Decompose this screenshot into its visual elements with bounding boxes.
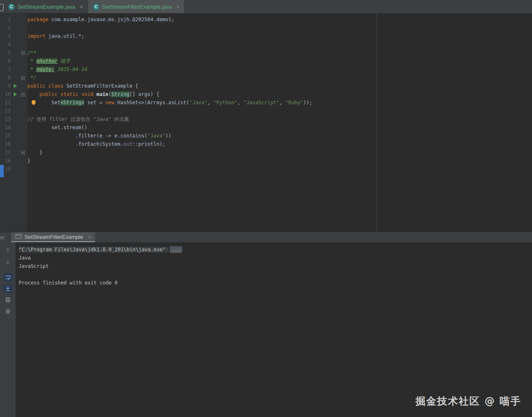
code-token: "Ruby"	[285, 100, 303, 105]
window-corner-fragment-icon	[0, 4, 4, 11]
editor-code[interactable]: package com.example.javase.ms.jsjh.Q2025…	[27, 14, 532, 232]
scroll-to-end-icon[interactable]	[3, 284, 13, 293]
code-line[interactable]: * @date: 2025-04-14	[27, 65, 532, 74]
code-line[interactable]: .forEach(System.out::println);	[27, 140, 532, 148]
fold-marker-icon[interactable]	[21, 93, 25, 96]
java-class-icon: C	[8, 3, 15, 10]
run-tab-close-icon[interactable]: ×	[88, 234, 91, 240]
code-token: <String>	[60, 100, 84, 105]
gutter-row: 1	[0, 15, 27, 24]
line-number: 1	[0, 17, 11, 22]
fold-marker-icon[interactable]	[21, 76, 25, 80]
code-token: main	[96, 91, 108, 97]
code-token: *	[27, 66, 37, 72]
code-line[interactable]	[27, 165, 532, 173]
scroll-down-icon[interactable]	[3, 257, 13, 266]
gutter-row: 17	[0, 148, 27, 157]
gutter-run-slot	[11, 84, 20, 88]
code-token: com.example.javase.ms.jsjh.Q202504.demo1…	[49, 17, 174, 22]
code-token: public static void	[39, 91, 93, 97]
code-line[interactable]: set.stream()	[27, 123, 532, 132]
gutter-row: 14	[0, 123, 27, 132]
line-number: 4	[0, 42, 11, 47]
console-line: JavaScript	[19, 262, 532, 270]
code-line[interactable]: // 使用 filter 过滤包含 "Java" 的元素	[27, 115, 532, 123]
code-token: set =	[84, 100, 105, 105]
console-token: Java	[19, 255, 31, 261]
code-token: "JavaScript"	[243, 100, 279, 105]
code-line[interactable]	[27, 40, 532, 49]
code-token: /**	[27, 50, 37, 56]
editor-tab-setstreamfilterexample[interactable]: C SetStreamFilterExample.java ×	[88, 0, 185, 13]
tab-close-icon[interactable]: ×	[80, 4, 83, 10]
code-token: 喵手	[57, 58, 70, 64]
gutter-fold-slot	[20, 76, 27, 80]
code-token: set.stream()	[27, 125, 88, 130]
code-line[interactable]: }	[27, 157, 532, 165]
code-line[interactable]: import java.util.*;	[27, 32, 532, 40]
code-line[interactable]: }	[27, 148, 532, 157]
gutter-run-slot	[11, 92, 20, 96]
line-number: 10	[0, 91, 11, 97]
code-line[interactable]	[27, 24, 532, 32]
line-number: 5	[0, 50, 11, 56]
print-icon[interactable]	[3, 295, 13, 304]
code-line[interactable]: * @Author 喵手	[27, 57, 532, 65]
code-line[interactable]: package com.example.javase.ms.jsjh.Q2025…	[27, 15, 532, 24]
line-number: 9	[0, 83, 11, 89]
gutter-row: 9	[0, 82, 27, 90]
tab-close-icon[interactable]: ×	[176, 4, 180, 10]
intention-bulb-icon[interactable]	[32, 100, 36, 104]
run-tab[interactable]: SetStreamFilterExample ×	[11, 232, 95, 242]
fold-marker-icon[interactable]	[21, 151, 25, 155]
editor-tab-setstreamexample[interactable]: C SetStreamExample.java ×	[3, 0, 88, 13]
code-token: ,	[237, 100, 243, 105]
code-token: // 使用 filter 过滤包含 "Java" 的元素	[27, 116, 129, 122]
clear-icon[interactable]	[3, 307, 13, 316]
console-line: "C:\Program Files\Java\jdk1.8.0_201\bin\…	[19, 245, 532, 254]
watermark: 掘金技术社区 @ 喵手	[415, 395, 521, 408]
code-token: .forEach(System.	[27, 141, 123, 147]
code-token: public class	[27, 83, 63, 89]
run-tab-label: SetStreamFilterExample	[24, 234, 83, 240]
gutter-row: 4	[0, 40, 27, 49]
line-number: 14	[0, 125, 11, 130]
code-token: ,	[207, 100, 213, 105]
soft-wrap-icon[interactable]	[3, 273, 13, 282]
line-number: 7	[0, 66, 11, 72]
line-number: 2	[0, 25, 11, 31]
gutter-fold-slot	[20, 151, 27, 155]
console-line	[19, 270, 532, 279]
code-token: asList	[168, 100, 186, 105]
code-line[interactable]: /**	[27, 49, 532, 57]
line-number: 18	[0, 158, 11, 164]
code-editor[interactable]: 12345678910111213141516171819 package co…	[0, 14, 532, 232]
console-toolbar	[0, 243, 16, 417]
code-line[interactable]: .filter(e -> e.contains("Java"))	[27, 132, 532, 140]
gutter-row: 15	[0, 132, 27, 140]
code-token: ))	[165, 133, 171, 139]
code-token: [] args) {	[129, 91, 159, 97]
scroll-up-icon[interactable]	[3, 246, 13, 255]
code-token: HashSet<>(Arrays.	[115, 100, 168, 105]
tab-label: SetStreamExample.java	[17, 4, 75, 10]
fold-marker-icon[interactable]	[21, 51, 25, 55]
code-line[interactable]: public static void main(String[] args) {	[27, 90, 532, 98]
console-output[interactable]: "C:\Program Files\Java\jdk1.8.0_201\bin\…	[16, 243, 532, 417]
line-number: 15	[0, 133, 11, 139]
code-line[interactable]: public class SetStreamFilterExample {	[27, 82, 532, 90]
code-token: ));	[303, 100, 312, 105]
console-token: Process finished with exit code 0	[19, 280, 117, 286]
code-line[interactable]	[27, 107, 532, 115]
code-line[interactable]: */	[27, 74, 532, 82]
run-line-icon[interactable]	[14, 84, 17, 88]
code-token	[27, 91, 39, 97]
console-token: JavaScript	[19, 263, 49, 269]
code-token: }	[27, 150, 42, 155]
code-token: java.util.*;	[45, 33, 84, 39]
code-line[interactable]: Set<String> set = new HashSet<>(Arrays.a…	[27, 98, 532, 107]
gutter-row: 12	[0, 107, 27, 115]
code-token: SetStreamFilterExample {	[63, 83, 139, 89]
run-line-icon[interactable]	[14, 92, 17, 96]
code-token: @date:	[37, 66, 54, 72]
